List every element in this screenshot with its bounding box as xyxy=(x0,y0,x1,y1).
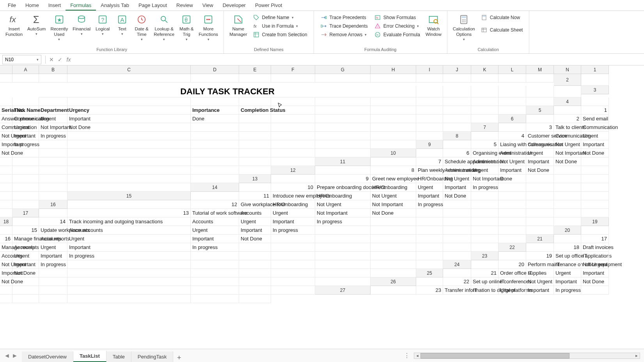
cell[interactable] xyxy=(581,166,609,175)
cell[interactable] xyxy=(315,97,371,106)
cell[interactable] xyxy=(315,277,371,286)
cell[interactable] xyxy=(271,74,315,83)
cell[interactable] xyxy=(443,74,471,83)
cell[interactable] xyxy=(12,192,39,200)
cell[interactable] xyxy=(191,74,239,83)
cell[interactable] xyxy=(499,123,526,132)
cell[interactable] xyxy=(239,252,271,260)
create-from-selection-button[interactable]: Create from Selection xyxy=(251,30,309,39)
cell[interactable] xyxy=(0,226,12,235)
cell[interactable] xyxy=(499,106,526,115)
cell[interactable] xyxy=(526,192,554,200)
cell[interactable] xyxy=(239,286,271,295)
cell[interactable] xyxy=(39,149,67,157)
column-header[interactable]: J xyxy=(443,65,471,74)
trace-dependents-button[interactable]: Trace Dependents xyxy=(319,22,369,30)
cell[interactable] xyxy=(271,140,315,149)
scroll-track[interactable] xyxy=(420,353,633,358)
cell[interactable] xyxy=(315,149,371,157)
cell[interactable] xyxy=(581,192,609,200)
column-header[interactable]: B xyxy=(39,65,67,74)
cell-urgency[interactable]: Not Urgent xyxy=(581,260,609,269)
column-header[interactable]: N xyxy=(554,65,581,74)
cell[interactable] xyxy=(581,74,609,86)
cell[interactable] xyxy=(499,217,526,226)
row-header[interactable]: 9 xyxy=(416,140,443,149)
cell[interactable] xyxy=(67,200,191,209)
evaluate-formula-button[interactable]: fx Evaluate Formula xyxy=(373,30,422,39)
math-trig-button[interactable]: θ Math & Trig ▾ xyxy=(177,12,196,42)
cell-task[interactable]: Draft invoices xyxy=(581,243,609,252)
show-formulas-button[interactable]: fx Show Formulas xyxy=(373,13,422,22)
cell[interactable] xyxy=(39,269,67,277)
cell[interactable] xyxy=(191,166,239,175)
cell-importance[interactable]: Important xyxy=(271,217,315,226)
cell-department[interactable]: HR/Onboarding xyxy=(271,200,315,209)
cell[interactable] xyxy=(191,132,239,140)
cell[interactable] xyxy=(471,106,499,115)
cell-department[interactable]: IT xyxy=(499,277,526,286)
cell[interactable] xyxy=(554,209,581,217)
column-header[interactable]: D xyxy=(191,65,239,74)
cell[interactable] xyxy=(67,277,191,286)
row-header[interactable]: 11 xyxy=(315,157,371,166)
cell-importance[interactable]: Important xyxy=(416,192,443,200)
cell-department[interactable]: HR/Onboarding xyxy=(416,175,443,183)
cell[interactable] xyxy=(416,209,443,217)
scroll-left-button[interactable]: ◄ xyxy=(414,353,420,358)
cell[interactable] xyxy=(471,97,499,106)
column-header[interactable]: A xyxy=(12,65,39,74)
cell-serial[interactable]: 21 xyxy=(471,269,499,277)
cell[interactable] xyxy=(499,235,526,243)
cell[interactable] xyxy=(499,226,526,235)
cell[interactable] xyxy=(271,123,315,132)
cell[interactable] xyxy=(581,97,609,106)
cell[interactable] xyxy=(12,157,39,166)
cell-urgency[interactable]: Urgent xyxy=(499,286,526,295)
cell-urgency[interactable]: Not Urgent xyxy=(443,175,471,183)
cell-status[interactable]: Not Done xyxy=(0,277,12,286)
cell-urgency[interactable]: Urgent xyxy=(526,149,554,157)
row-header[interactable]: 10 xyxy=(371,149,416,157)
cell[interactable] xyxy=(315,132,371,140)
cell-task[interactable]: Manage receipts xyxy=(0,243,12,252)
cell-department[interactable]: Accounts xyxy=(239,209,271,217)
cell-serial[interactable]: 23 xyxy=(416,286,443,295)
cell[interactable] xyxy=(471,243,499,252)
cell[interactable] xyxy=(12,74,39,83)
cell[interactable] xyxy=(239,183,271,192)
cell[interactable] xyxy=(271,269,315,277)
cell[interactable] xyxy=(443,97,471,106)
row-header[interactable]: 20 xyxy=(554,226,581,235)
scroll-right-button[interactable]: ► xyxy=(633,353,640,358)
cell-importance[interactable]: Important xyxy=(581,140,609,149)
cell[interactable] xyxy=(271,277,315,286)
header-task-name[interactable]: Task Name xyxy=(12,106,39,115)
cell-status[interactable]: Not Done xyxy=(526,166,554,175)
row-header[interactable]: 1 xyxy=(581,65,609,74)
cell[interactable] xyxy=(443,226,471,235)
cell-task[interactable]: Update workplace accounts xyxy=(39,226,67,235)
cell[interactable] xyxy=(239,277,271,286)
cell-department[interactable]: Administration xyxy=(471,157,499,166)
header-completion[interactable]: Completion Status xyxy=(239,106,271,115)
cell[interactable] xyxy=(371,157,416,166)
cell-importance[interactable]: Important xyxy=(12,132,39,140)
cell-importance[interactable]: Important xyxy=(554,277,581,286)
cell-importance[interactable]: Not Important xyxy=(371,200,416,209)
cell[interactable] xyxy=(271,235,315,243)
cell[interactable] xyxy=(191,157,239,166)
cell[interactable] xyxy=(0,74,12,83)
cell[interactable] xyxy=(239,166,271,175)
cell-department[interactable]: Communication xyxy=(554,132,581,140)
cell-serial[interactable]: 15 xyxy=(12,226,39,235)
lookup-reference-button[interactable]: Lookup & Reference ▾ xyxy=(151,12,177,42)
cell-status[interactable]: In progress xyxy=(554,286,581,295)
cell[interactable] xyxy=(39,166,67,175)
cell[interactable] xyxy=(581,157,609,166)
cell-department[interactable]: Administration xyxy=(499,149,526,157)
cell-importance[interactable]: Important xyxy=(0,269,12,277)
cell[interactable] xyxy=(554,166,581,175)
row-header[interactable]: 25 xyxy=(416,269,443,277)
cell-department[interactable]: Accounts xyxy=(0,252,12,260)
